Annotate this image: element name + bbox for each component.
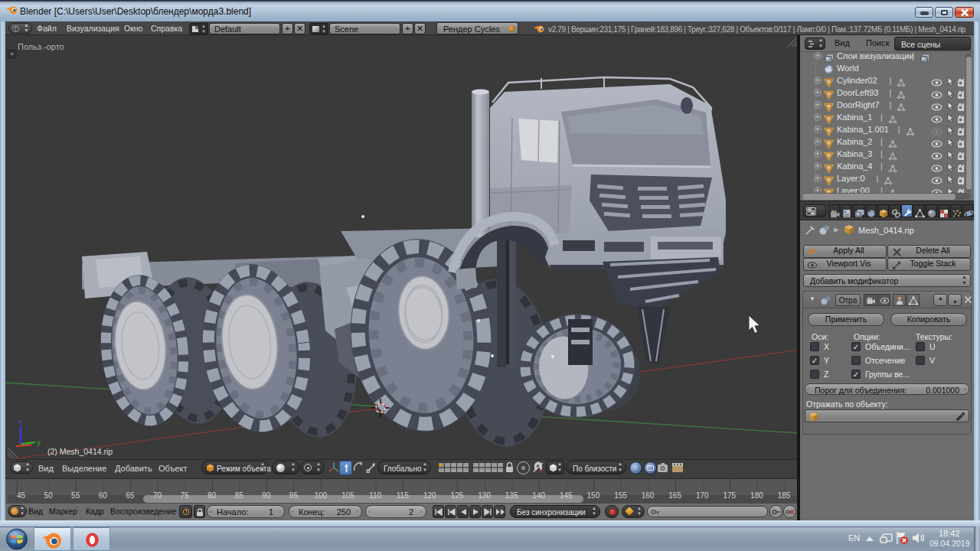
svg-text:z: z (18, 418, 21, 425)
svg-text:y: y (37, 439, 41, 447)
